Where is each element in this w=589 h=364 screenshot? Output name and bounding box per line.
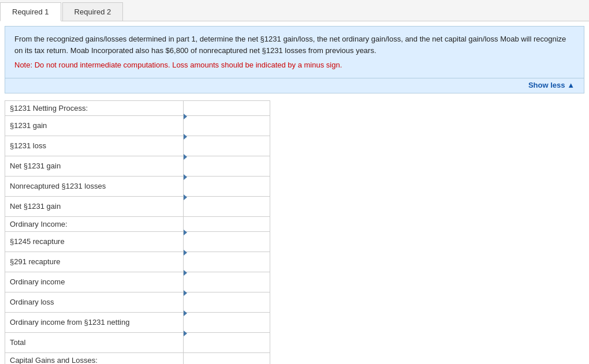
- show-less-button[interactable]: Show less ▲: [528, 81, 575, 89]
- row-input[interactable]: [184, 297, 270, 316]
- triangle-icon: [184, 290, 187, 296]
- row-input[interactable]: [184, 181, 270, 200]
- row-input[interactable]: [184, 140, 270, 160]
- row-label: Net §1231 gain: [5, 156, 184, 176]
- row-input[interactable]: [184, 317, 270, 336]
- triangle-icon: [184, 134, 187, 140]
- table-row: §1231 gain: [5, 115, 270, 136]
- netting-table: §1231 Netting Process:§1231 gain§1231 lo…: [5, 100, 270, 365]
- triangle-icon: [184, 194, 187, 200]
- triangle-icon: [184, 250, 187, 256]
- row-input[interactable]: [184, 276, 270, 296]
- row-input[interactable]: [184, 201, 270, 220]
- info-note: Note: Do not round intermediate computat…: [14, 59, 575, 71]
- row-input[interactable]: [184, 236, 270, 256]
- triangle-icon: [184, 230, 187, 235]
- row-label: §291 recapture: [5, 252, 184, 272]
- triangle-icon: [184, 270, 187, 276]
- row-label: Capital Gains and Losses:: [5, 352, 184, 364]
- table-row: §1231 Netting Process:: [5, 100, 270, 115]
- tabs-container: Required 1 Required 2: [0, 0, 589, 21]
- triangle-icon: [184, 310, 187, 316]
- row-label: Nonrecaptured §1231 losses: [5, 176, 184, 196]
- row-label: Ordinary income from §1231 netting: [5, 312, 184, 332]
- triangle-icon: [184, 114, 187, 119]
- triangle-icon: [184, 154, 187, 160]
- tab-required-2[interactable]: Required 2: [62, 2, 124, 21]
- row-label: Net §1231 gain: [5, 196, 184, 216]
- row-input-cell[interactable]: [184, 115, 270, 136]
- row-label: Total: [5, 332, 184, 352]
- table-section: §1231 Netting Process:§1231 gain§1231 lo…: [5, 100, 584, 365]
- table-row: §1245 recapture: [5, 231, 270, 252]
- row-label: §1245 recapture: [5, 231, 184, 252]
- info-main-text: From the recognized gains/losses determi…: [14, 35, 566, 55]
- row-input[interactable]: [184, 256, 270, 276]
- row-label: §1231 gain: [5, 115, 184, 136]
- row-label: Ordinary Income:: [5, 216, 184, 231]
- show-less-container: Show less ▲: [5, 78, 584, 93]
- row-label: §1231 loss: [5, 136, 184, 156]
- row-input[interactable]: [184, 120, 270, 140]
- tab-required-1[interactable]: Required 1: [0, 2, 61, 21]
- row-input-cell[interactable]: [184, 231, 270, 252]
- row-input[interactable]: [184, 160, 270, 180]
- triangle-icon: [184, 174, 187, 180]
- row-label: Ordinary loss: [5, 292, 184, 312]
- row-label: Ordinary income: [5, 272, 184, 292]
- triangle-icon: [184, 331, 187, 336]
- row-input-cell: [184, 100, 270, 115]
- row-input[interactable]: [184, 337, 270, 357]
- info-box: From the recognized gains/losses determi…: [5, 26, 584, 78]
- row-label: §1231 Netting Process:: [5, 100, 184, 115]
